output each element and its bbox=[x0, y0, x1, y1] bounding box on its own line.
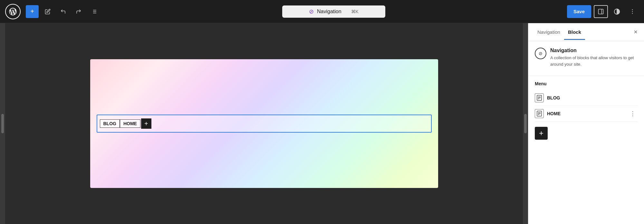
scroll-handle-right bbox=[524, 114, 527, 133]
nav-item-blog[interactable]: BLOG bbox=[100, 119, 120, 128]
svg-point-9 bbox=[632, 9, 633, 10]
sidebar-tabs: Navigation Block × bbox=[528, 23, 644, 41]
menu-item-blog-label: BLOG bbox=[547, 95, 638, 100]
nav-block-container: BLOG HOME + bbox=[90, 59, 438, 188]
block-title: Navigation bbox=[550, 48, 638, 53]
edit-button[interactable] bbox=[41, 5, 54, 18]
canvas-scroll-right[interactable] bbox=[523, 23, 528, 224]
navigation-pill[interactable]: ⊘ Navigation ⌘K bbox=[282, 5, 385, 18]
scroll-handle-left bbox=[1, 114, 4, 133]
nav-add-button[interactable]: + bbox=[141, 118, 151, 129]
list-view-button[interactable] bbox=[88, 5, 101, 18]
sidebar-close-button[interactable]: × bbox=[632, 27, 639, 37]
nav-item-home[interactable]: HOME bbox=[120, 119, 140, 128]
svg-point-11 bbox=[632, 13, 633, 14]
menu-item-home-more-button[interactable]: ⋮ bbox=[628, 109, 638, 118]
sidebar: Navigation Block × ⊘ Navigation A collec… bbox=[528, 23, 644, 224]
canvas-content: BLOG HOME + bbox=[90, 59, 438, 188]
add-block-button[interactable]: + bbox=[26, 5, 39, 18]
contrast-button[interactable] bbox=[610, 5, 623, 18]
menu-item-blog: BLOG bbox=[535, 90, 638, 106]
navigation-label: Navigation bbox=[317, 9, 341, 14]
svg-rect-6 bbox=[599, 9, 603, 14]
menu-section: Menu BLOG bbox=[528, 76, 644, 145]
block-description: A collection of blocks that allow visito… bbox=[550, 55, 638, 67]
redo-button[interactable] bbox=[72, 5, 85, 18]
menu-item-home-icon bbox=[535, 109, 544, 118]
toggle-sidebar-button[interactable] bbox=[594, 5, 608, 18]
block-info: Navigation A collection of blocks that a… bbox=[550, 48, 638, 67]
nav-inner: BLOG HOME + bbox=[97, 115, 432, 133]
save-button[interactable]: Save bbox=[567, 5, 591, 18]
block-nav-icon: ⊘ bbox=[535, 48, 546, 59]
block-header: ⊘ Navigation A collection of blocks that… bbox=[535, 48, 638, 67]
navigation-icon: ⊘ bbox=[309, 8, 314, 15]
canvas-area: BLOG HOME + bbox=[0, 23, 528, 224]
tab-block[interactable]: Block bbox=[564, 24, 585, 40]
main: BLOG HOME + Navigation Block × ⊘ Navigat… bbox=[0, 23, 644, 224]
menu-item-blog-icon bbox=[535, 93, 544, 102]
wp-logo[interactable] bbox=[5, 4, 21, 19]
toolbar: + ⊘ Navigation ⌘K bbox=[0, 0, 644, 23]
menu-add-button[interactable]: + bbox=[535, 127, 548, 140]
svg-point-10 bbox=[632, 11, 633, 12]
menu-item-home: HOME ⋮ bbox=[535, 106, 638, 122]
toolbar-center: ⊘ Navigation ⌘K bbox=[103, 5, 564, 18]
tab-navigation[interactable]: Navigation bbox=[533, 24, 564, 40]
undo-button[interactable] bbox=[57, 5, 70, 18]
toolbar-right: Save bbox=[567, 5, 639, 18]
canvas-scroll-left[interactable] bbox=[0, 23, 5, 224]
menu-item-home-label: HOME bbox=[547, 111, 625, 116]
shortcut-label: ⌘K bbox=[351, 9, 359, 14]
sidebar-block-info: ⊘ Navigation A collection of blocks that… bbox=[528, 41, 644, 76]
menu-label: Menu bbox=[535, 81, 638, 86]
more-options-button[interactable] bbox=[626, 5, 639, 18]
